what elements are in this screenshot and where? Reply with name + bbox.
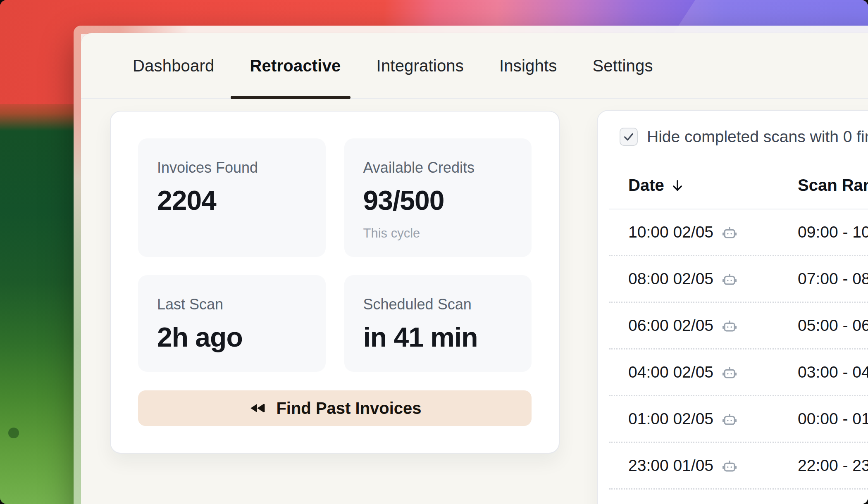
scan-row-date-cell: 10:00 02/05 bbox=[628, 209, 738, 255]
sort-descending-icon bbox=[670, 178, 685, 193]
check-icon bbox=[622, 131, 635, 143]
tab-dashboard[interactable]: Dashboard bbox=[133, 57, 214, 75]
stat-value: in 41 min bbox=[363, 321, 513, 353]
stat-label: Last Scan bbox=[157, 296, 307, 313]
hide-completed-filter: Hide completed scans with 0 findings bbox=[620, 128, 868, 146]
scan-date: 06:00 02/05 bbox=[628, 316, 713, 335]
tab-integrations[interactable]: Integrations bbox=[377, 57, 464, 75]
scan-range-cell: 09:00 - 10:00 bbox=[798, 209, 868, 255]
stat-value: 2204 bbox=[157, 185, 307, 216]
scan-row-date-cell: 01:00 02/05 bbox=[628, 396, 738, 442]
tab-insights[interactable]: Insights bbox=[499, 57, 557, 75]
scan-range: 00:00 - 01:00 bbox=[798, 410, 868, 428]
bot-icon bbox=[721, 271, 738, 288]
tab-bar-divider bbox=[81, 98, 868, 99]
hide-completed-label[interactable]: Hide completed scans with 0 findings bbox=[647, 128, 868, 146]
scan-range-cell: 00:00 - 01:00 bbox=[798, 396, 868, 442]
scan-row[interactable]: 06:00 02/05 05:00 - 06:00 bbox=[609, 303, 868, 349]
scan-row[interactable]: 01:00 02/05 00:00 - 01:00 bbox=[609, 396, 868, 443]
stat-value: 2h ago bbox=[157, 321, 307, 353]
scan-row-date-cell: 06:00 02/05 bbox=[628, 303, 738, 348]
scan-range-cell: 07:00 - 08:00 bbox=[798, 256, 868, 302]
scan-row[interactable]: 04:00 02/05 03:00 - 04:00 bbox=[609, 349, 868, 396]
stat-tile-last-scan: Last Scan 2h ago bbox=[138, 275, 326, 372]
scan-range-cell: 05:00 - 06:00 bbox=[798, 303, 868, 348]
scan-row-date-cell: 08:00 02/05 bbox=[628, 256, 738, 302]
active-tab-underline bbox=[231, 96, 351, 99]
column-header-date-label: Date bbox=[628, 176, 664, 195]
app-window: Dashboard Retroactive Integrations Insig… bbox=[81, 33, 868, 504]
bot-icon bbox=[721, 411, 738, 428]
scan-row-date-cell: 04:00 02/05 bbox=[628, 349, 738, 395]
rewind-icon bbox=[248, 400, 267, 416]
scan-range: 22:00 - 23:00 bbox=[798, 456, 868, 475]
scan-date: 10:00 02/05 bbox=[628, 223, 713, 241]
tab-bar: Dashboard Retroactive Integrations Insig… bbox=[81, 33, 868, 98]
bot-icon bbox=[721, 457, 738, 475]
scan-range: 07:00 - 08:00 bbox=[798, 270, 868, 288]
scan-range-cell: 21:00 - 22:00 bbox=[798, 490, 868, 504]
stats-card: Invoices Found 2204 Available Credits 93… bbox=[110, 111, 560, 454]
scan-row-date-cell: 23:00 01/05 bbox=[628, 443, 738, 488]
bot-icon bbox=[721, 224, 738, 241]
window-frame-tint-left bbox=[74, 26, 81, 504]
stat-label: Scheduled Scan bbox=[363, 296, 513, 313]
tab-retroactive[interactable]: Retroactive bbox=[250, 57, 341, 75]
scan-range-cell: 22:00 - 23:00 bbox=[798, 443, 868, 488]
stat-label: Available Credits bbox=[363, 159, 513, 176]
scan-range-cell: 03:00 - 04:00 bbox=[798, 349, 868, 395]
hide-completed-checkbox[interactable] bbox=[620, 128, 638, 146]
stat-label: Invoices Found bbox=[157, 159, 307, 176]
column-header-scan-range: Scan Range bbox=[798, 176, 868, 195]
scan-range: 09:00 - 10:00 bbox=[798, 223, 868, 241]
stats-grid: Invoices Found 2204 Available Credits 93… bbox=[138, 138, 532, 372]
scan-date: 04:00 02/05 bbox=[628, 363, 713, 381]
wallpaper-dot bbox=[8, 428, 19, 438]
scan-date: 01:00 02/05 bbox=[628, 410, 713, 428]
scan-row[interactable]: 08:00 02/05 07:00 - 08:00 bbox=[609, 256, 868, 303]
column-header-date[interactable]: Date bbox=[628, 176, 685, 195]
bot-icon bbox=[721, 317, 738, 335]
scan-range: 05:00 - 06:00 bbox=[798, 316, 868, 335]
stat-value: 93/500 bbox=[363, 185, 513, 216]
column-header-scan-range-label: Scan Range bbox=[798, 176, 868, 195]
stat-tile-scheduled-scan: Scheduled Scan in 41 min bbox=[344, 275, 532, 372]
scan-date: 08:00 02/05 bbox=[628, 270, 713, 288]
scan-range: 03:00 - 04:00 bbox=[798, 363, 868, 381]
stat-tile-available-credits: Available Credits 93/500 This cycle bbox=[344, 138, 532, 257]
scan-date: 23:00 01/05 bbox=[628, 456, 713, 475]
scan-row[interactable]: 23:00 01/05 22:00 - 23:00 bbox=[609, 443, 868, 490]
window-frame-tint-top bbox=[74, 26, 189, 34]
bot-icon bbox=[721, 364, 738, 381]
scan-rows: 10:00 02/05 09:00 - 10:00 08:00 02/05 bbox=[609, 209, 868, 504]
stat-tile-invoices-found: Invoices Found 2204 bbox=[138, 138, 326, 257]
scan-row-date-cell: 22:00 01/05 bbox=[628, 490, 738, 504]
screen: Dashboard Retroactive Integrations Insig… bbox=[0, 0, 868, 504]
scan-row[interactable]: 22:00 01/05 21:00 - 22:00 bbox=[609, 490, 868, 504]
tab-settings[interactable]: Settings bbox=[592, 57, 653, 75]
stat-subtext: This cycle bbox=[363, 226, 513, 241]
find-past-invoices-label: Find Past Invoices bbox=[276, 399, 421, 418]
scans-card: Hide completed scans with 0 findings Dat… bbox=[597, 110, 868, 504]
scan-row[interactable]: 10:00 02/05 09:00 - 10:00 bbox=[609, 209, 868, 256]
find-past-invoices-button[interactable]: Find Past Invoices bbox=[138, 390, 532, 426]
